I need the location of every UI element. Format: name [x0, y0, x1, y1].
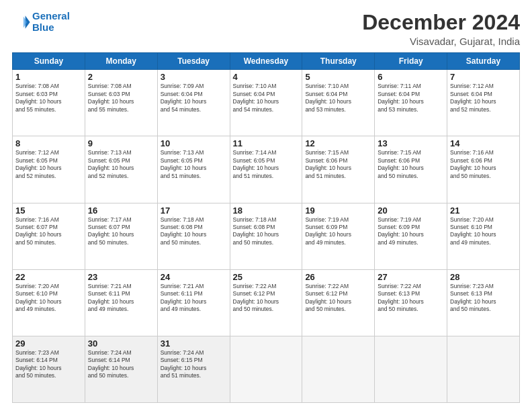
day-number: 13: [378, 138, 444, 148]
table-row: 25Sunrise: 7:22 AM Sunset: 6:12 PM Dayli…: [230, 269, 302, 336]
day-info: Sunrise: 7:13 AM Sunset: 6:05 PM Dayligh…: [88, 149, 154, 180]
table-row: 18Sunrise: 7:18 AM Sunset: 6:08 PM Dayli…: [230, 203, 302, 269]
day-number: 10: [161, 138, 227, 148]
table-row: 27Sunrise: 7:22 AM Sunset: 6:13 PM Dayli…: [375, 269, 447, 336]
table-row: 15Sunrise: 7:16 AM Sunset: 6:07 PM Dayli…: [13, 203, 85, 269]
day-number: 4: [233, 72, 300, 82]
day-number: 25: [233, 272, 300, 282]
day-number: 21: [450, 205, 517, 216]
table-row: [230, 336, 302, 402]
day-info: Sunrise: 7:18 AM Sunset: 6:08 PM Dayligh…: [161, 216, 227, 247]
table-row: 12Sunrise: 7:15 AM Sunset: 6:06 PM Dayli…: [302, 136, 375, 203]
logo-text: General Blue: [32, 11, 70, 33]
location: Visavadar, Gujarat, India: [362, 36, 520, 47]
table-row: [447, 336, 520, 402]
day-number: 18: [233, 205, 300, 216]
day-number: 5: [305, 72, 371, 82]
day-info: Sunrise: 7:23 AM Sunset: 6:14 PM Dayligh…: [15, 349, 82, 380]
table-row: 10Sunrise: 7:13 AM Sunset: 6:05 PM Dayli…: [157, 136, 230, 203]
day-info: Sunrise: 7:10 AM Sunset: 6:04 PM Dayligh…: [305, 83, 371, 113]
table-row: 5Sunrise: 7:10 AM Sunset: 6:04 PM Daylig…: [302, 70, 375, 136]
day-number: 20: [378, 205, 444, 216]
col-tuesday: Tuesday: [157, 53, 230, 70]
day-number: 31: [161, 338, 227, 349]
day-info: Sunrise: 7:13 AM Sunset: 6:05 PM Dayligh…: [161, 149, 227, 180]
day-number: 12: [305, 138, 371, 148]
col-friday: Friday: [375, 53, 447, 70]
col-monday: Monday: [85, 53, 157, 70]
table-row: 7Sunrise: 7:12 AM Sunset: 6:04 PM Daylig…: [447, 70, 520, 136]
table-row: [375, 336, 447, 402]
table-row: 23Sunrise: 7:21 AM Sunset: 6:11 PM Dayli…: [85, 269, 157, 336]
day-info: Sunrise: 7:22 AM Sunset: 6:13 PM Dayligh…: [378, 283, 444, 314]
day-number: 22: [15, 272, 82, 282]
col-saturday: Saturday: [447, 53, 520, 70]
day-info: Sunrise: 7:24 AM Sunset: 6:15 PM Dayligh…: [161, 349, 227, 380]
table-row: 21Sunrise: 7:20 AM Sunset: 6:10 PM Dayli…: [447, 203, 520, 269]
day-number: 24: [161, 272, 227, 282]
day-info: Sunrise: 7:15 AM Sunset: 6:06 PM Dayligh…: [305, 149, 371, 180]
day-info: Sunrise: 7:16 AM Sunset: 6:06 PM Dayligh…: [450, 149, 517, 180]
logo: General Blue: [12, 11, 70, 33]
table-row: [302, 336, 375, 402]
day-number: 19: [305, 205, 371, 216]
table-row: 30Sunrise: 7:24 AM Sunset: 6:14 PM Dayli…: [85, 336, 157, 402]
day-info: Sunrise: 7:09 AM Sunset: 6:04 PM Dayligh…: [161, 83, 227, 113]
col-wednesday: Wednesday: [230, 53, 302, 70]
table-row: 8Sunrise: 7:12 AM Sunset: 6:05 PM Daylig…: [13, 136, 85, 203]
day-info: Sunrise: 7:17 AM Sunset: 6:07 PM Dayligh…: [88, 216, 154, 247]
day-info: Sunrise: 7:10 AM Sunset: 6:04 PM Dayligh…: [233, 83, 300, 113]
table-row: 19Sunrise: 7:19 AM Sunset: 6:09 PM Dayli…: [302, 203, 375, 269]
day-number: 17: [161, 205, 227, 216]
day-number: 9: [88, 138, 154, 148]
table-row: 6Sunrise: 7:11 AM Sunset: 6:04 PM Daylig…: [375, 70, 447, 136]
day-info: Sunrise: 7:19 AM Sunset: 6:09 PM Dayligh…: [305, 216, 371, 247]
day-number: 1: [15, 72, 82, 82]
calendar-header-row: Sunday Monday Tuesday Wednesday Thursday…: [13, 53, 520, 70]
logo-icon: [12, 13, 31, 32]
table-row: 13Sunrise: 7:15 AM Sunset: 6:06 PM Dayli…: [375, 136, 447, 203]
day-info: Sunrise: 7:24 AM Sunset: 6:14 PM Dayligh…: [88, 349, 154, 380]
day-number: 8: [15, 138, 82, 148]
calendar-table: Sunday Monday Tuesday Wednesday Thursday…: [12, 52, 520, 403]
table-row: 31Sunrise: 7:24 AM Sunset: 6:15 PM Dayli…: [157, 336, 230, 402]
day-info: Sunrise: 7:08 AM Sunset: 6:03 PM Dayligh…: [15, 83, 82, 113]
table-row: 2Sunrise: 7:08 AM Sunset: 6:03 PM Daylig…: [85, 70, 157, 136]
day-info: Sunrise: 7:15 AM Sunset: 6:06 PM Dayligh…: [378, 149, 444, 180]
day-number: 7: [450, 72, 517, 82]
table-row: 3Sunrise: 7:09 AM Sunset: 6:04 PM Daylig…: [157, 70, 230, 136]
day-number: 30: [88, 338, 154, 349]
day-info: Sunrise: 7:08 AM Sunset: 6:03 PM Dayligh…: [88, 83, 154, 113]
table-row: 16Sunrise: 7:17 AM Sunset: 6:07 PM Dayli…: [85, 203, 157, 269]
day-number: 16: [88, 205, 154, 216]
table-row: 28Sunrise: 7:23 AM Sunset: 6:13 PM Dayli…: [447, 269, 520, 336]
day-number: 15: [15, 205, 82, 216]
header: General Blue December 2024 Visavadar, Gu…: [12, 11, 520, 47]
table-row: 29Sunrise: 7:23 AM Sunset: 6:14 PM Dayli…: [13, 336, 85, 402]
page: General Blue December 2024 Visavadar, Gu…: [0, 0, 532, 411]
day-info: Sunrise: 7:12 AM Sunset: 6:04 PM Dayligh…: [450, 83, 517, 113]
day-info: Sunrise: 7:18 AM Sunset: 6:08 PM Dayligh…: [233, 216, 300, 247]
table-row: 1Sunrise: 7:08 AM Sunset: 6:03 PM Daylig…: [13, 70, 85, 136]
table-row: 11Sunrise: 7:14 AM Sunset: 6:05 PM Dayli…: [230, 136, 302, 203]
day-number: 28: [450, 272, 517, 282]
day-number: 26: [305, 272, 371, 282]
day-info: Sunrise: 7:20 AM Sunset: 6:10 PM Dayligh…: [450, 216, 517, 247]
day-info: Sunrise: 7:21 AM Sunset: 6:11 PM Dayligh…: [161, 283, 227, 314]
table-row: 24Sunrise: 7:21 AM Sunset: 6:11 PM Dayli…: [157, 269, 230, 336]
title-block: December 2024 Visavadar, Gujarat, India: [362, 11, 520, 47]
table-row: 4Sunrise: 7:10 AM Sunset: 6:04 PM Daylig…: [230, 70, 302, 136]
day-info: Sunrise: 7:12 AM Sunset: 6:05 PM Dayligh…: [15, 149, 82, 180]
day-number: 27: [378, 272, 444, 282]
month-title: December 2024: [362, 11, 520, 34]
day-info: Sunrise: 7:21 AM Sunset: 6:11 PM Dayligh…: [88, 283, 154, 314]
table-row: 26Sunrise: 7:22 AM Sunset: 6:12 PM Dayli…: [302, 269, 375, 336]
day-number: 14: [450, 138, 517, 148]
col-thursday: Thursday: [302, 53, 375, 70]
table-row: 14Sunrise: 7:16 AM Sunset: 6:06 PM Dayli…: [447, 136, 520, 203]
table-row: 22Sunrise: 7:20 AM Sunset: 6:10 PM Dayli…: [13, 269, 85, 336]
day-info: Sunrise: 7:11 AM Sunset: 6:04 PM Dayligh…: [378, 83, 444, 113]
table-row: 17Sunrise: 7:18 AM Sunset: 6:08 PM Dayli…: [157, 203, 230, 269]
day-number: 6: [378, 72, 444, 82]
col-sunday: Sunday: [13, 53, 85, 70]
